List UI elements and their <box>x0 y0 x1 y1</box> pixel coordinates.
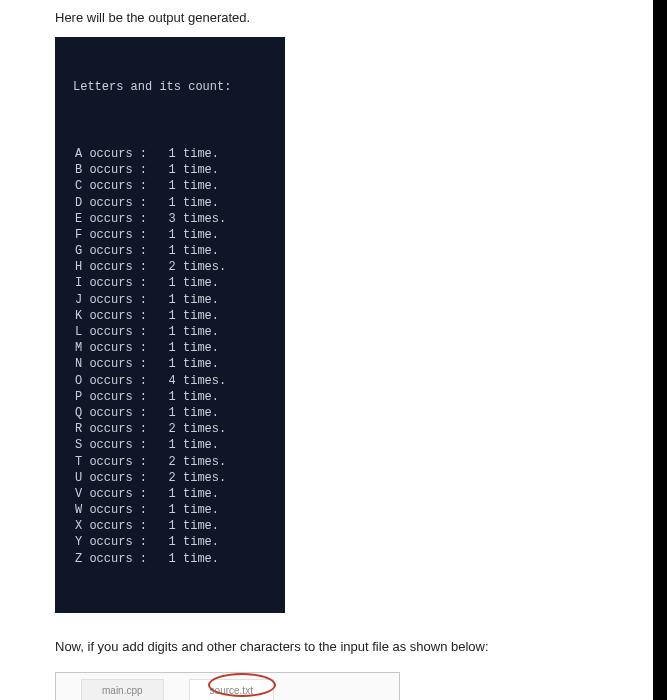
terminal-row: J occurs : 1 time. <box>73 292 267 308</box>
terminal-row: M occurs : 1 time. <box>73 340 267 356</box>
tab-main-cpp[interactable]: main.cpp <box>81 679 164 700</box>
terminal-row: T occurs : 2 times. <box>73 454 267 470</box>
terminal-row: B occurs : 1 time. <box>73 162 267 178</box>
tab-bar: main.cpp source.txt <box>56 673 399 700</box>
tab-source-txt[interactable]: source.txt <box>189 679 274 700</box>
terminal-row: V occurs : 1 time. <box>73 486 267 502</box>
terminal-row: C occurs : 1 time. <box>73 178 267 194</box>
terminal-row: N occurs : 1 time. <box>73 356 267 372</box>
terminal-row: U occurs : 2 times. <box>73 470 267 486</box>
terminal-row: P occurs : 1 time. <box>73 389 267 405</box>
terminal-row: H occurs : 2 times. <box>73 259 267 275</box>
terminal-row: X occurs : 1 time. <box>73 518 267 534</box>
terminal-row: Z occurs : 1 time. <box>73 551 267 567</box>
editor-box: main.cpp source.txt The quick brown fox … <box>55 672 400 700</box>
terminal-row: I occurs : 1 time. <box>73 275 267 291</box>
terminal-row: W occurs : 1 time. <box>73 502 267 518</box>
terminal-row: L occurs : 1 time. <box>73 324 267 340</box>
terminal-row: Y occurs : 1 time. <box>73 534 267 550</box>
terminal-row: R occurs : 2 times. <box>73 421 267 437</box>
terminal-row: F occurs : 1 time. <box>73 227 267 243</box>
terminal-output: Letters and its count: A occurs : 1 time… <box>55 37 285 613</box>
terminal-row: Q occurs : 1 time. <box>73 405 267 421</box>
terminal-header: Letters and its count: <box>73 79 267 95</box>
terminal-row: A occurs : 1 time. <box>73 146 267 162</box>
terminal-row: D occurs : 1 time. <box>73 195 267 211</box>
intro-text: Here will be the output generated. <box>55 10 603 25</box>
terminal-row: O occurs : 4 times. <box>73 373 267 389</box>
terminal-row: K occurs : 1 time. <box>73 308 267 324</box>
terminal-row: G occurs : 1 time. <box>73 243 267 259</box>
document-page: Here will be the output generated. Lette… <box>0 0 659 700</box>
terminal-rows: A occurs : 1 time.B occurs : 1 time.C oc… <box>73 146 267 567</box>
follow-text: Now, if you add digits and other charact… <box>55 639 603 654</box>
terminal-row: E occurs : 3 times. <box>73 211 267 227</box>
terminal-row: S occurs : 1 time. <box>73 437 267 453</box>
